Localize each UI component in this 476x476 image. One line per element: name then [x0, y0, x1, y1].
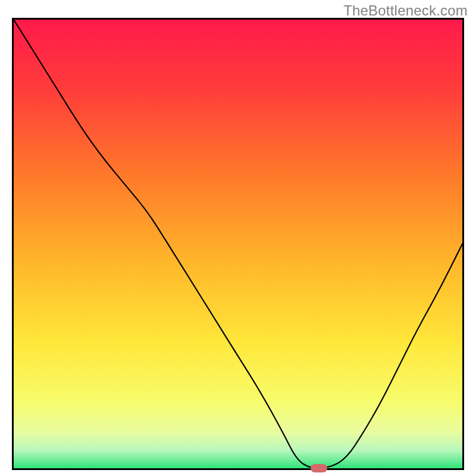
- chart-svg: [14, 20, 462, 468]
- optimal-point-marker: [311, 464, 327, 472]
- plot-frame: [12, 18, 464, 470]
- chart-container: TheBottleneck.com: [0, 0, 476, 476]
- watermark-text: TheBottleneck.com: [343, 2, 468, 19]
- plot-area: [14, 20, 462, 468]
- heat-gradient-background: [14, 20, 462, 468]
